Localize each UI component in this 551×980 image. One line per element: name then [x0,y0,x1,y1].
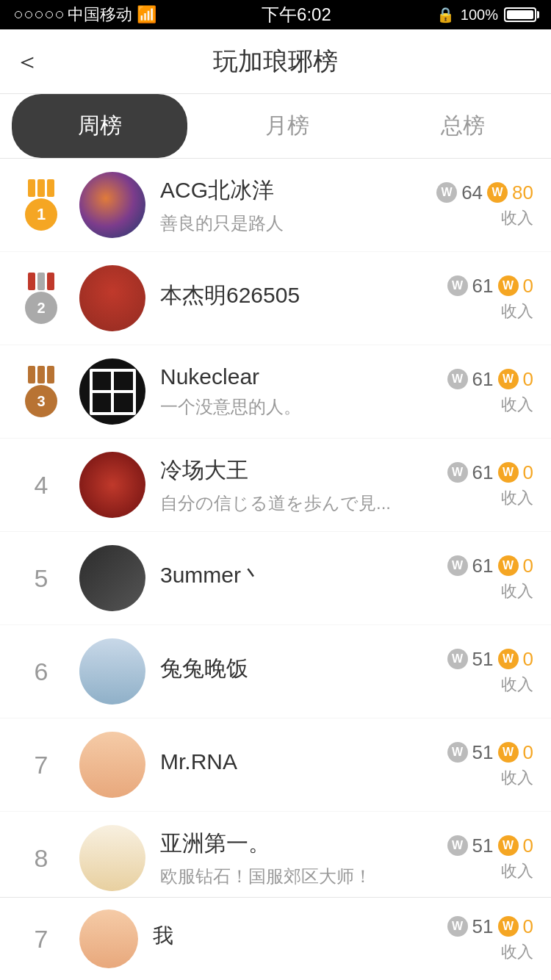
lock-icon: 🔒 [436,6,455,24]
medal-ribbon-1 [28,179,54,197]
coin-gray: W [436,182,457,203]
score-orange: 0 [523,835,533,857]
tab-bar: 周榜 月榜 总榜 [0,94,551,159]
dot1 [15,11,22,18]
coin-orange: W [498,369,519,389]
score-gray: 61 [472,555,494,577]
medal-circle-2: 2 [25,292,57,324]
stripe [37,273,45,290]
user-desc: 自分の信じる道を歩んで見... [160,491,423,515]
stripe [28,179,35,197]
status-right: 🔒 100% [436,6,536,24]
rank-medal-3: 3 [18,366,65,417]
score-gray: 61 [472,368,494,391]
score-orange: 0 [523,275,533,298]
score-label: 收入 [501,300,533,323]
avatar [79,265,145,331]
stripe [37,366,45,383]
user-info: ACG北冰洋 善良的只是路人 [160,176,423,235]
avatar [79,638,145,705]
coin-gray: W [447,462,468,483]
battery-fill [507,10,533,19]
username: 本杰明626505 [160,281,423,311]
battery-label: 100% [461,7,498,24]
medal-circle-1: 1 [25,198,57,231]
current-score-gray: 51 [472,915,494,938]
score-row: W 61 W 0 [447,555,533,577]
status-bar: 中国移动 📶 下午6:02 🔒 100% [0,0,551,29]
current-username: 我 [153,922,423,950]
score-orange: 80 [512,181,533,204]
stripe [47,273,54,290]
rank-number: 4 [35,471,48,500]
stripe [37,179,45,197]
coin-gray: W [447,275,468,296]
stripe [47,179,54,197]
avatar [79,359,145,425]
rank-number: 5 [35,564,48,593]
dot3 [35,11,43,18]
medal-ribbon-2 [28,273,54,290]
score-row: W 51 W 0 [447,741,533,764]
signal-dots [15,11,63,18]
rank-number-5: 5 [18,564,65,593]
tab-week[interactable]: 周榜 [12,94,187,158]
coin-orange: W [498,835,519,856]
list-item[interactable]: 2 本杰明626505 W 61 W 0 收入 [0,252,551,345]
score-area: W 51 W 0 收入 [423,741,533,789]
rank-number-7: 7 [18,751,65,779]
wifi-icon: 📶 [137,5,156,24]
current-score-orange: 0 [523,915,533,938]
avatar [79,732,145,798]
rank-medal-2: 2 [18,273,65,324]
current-score-row: W 51 W 0 [447,915,533,938]
score-label: 收入 [501,207,533,229]
score-area: W 61 W 0 收入 [423,555,533,602]
user-info: 冷场大王 自分の信じる道を歩んで見... [160,455,423,515]
carrier-label: 中国移动 [68,4,132,26]
tab-month[interactable]: 月榜 [199,94,375,158]
score-area: W 61 W 0 收入 [423,368,533,416]
score-gray: 51 [472,741,494,764]
score-gray: 64 [461,181,483,204]
rank-number: 7 [35,751,48,779]
score-area: W 61 W 0 收入 [423,275,533,323]
rank-medal-1: 1 [18,179,65,231]
leaderboard-list: 1 ACG北冰洋 善良的只是路人 W 64 W 80 收入 [0,159,551,980]
avatar-inner [90,369,136,415]
list-item[interactable]: 5 3ummer丶 W 61 W 0 收入 [0,532,551,625]
score-row: W 61 W 0 [447,461,533,484]
coin-gray: W [447,835,468,856]
user-desc: 一个没意思的人。 [160,395,423,419]
medal-circle-3: 3 [25,385,57,417]
coin-gray: W [447,555,468,576]
avatar [79,452,145,518]
stripe [28,273,35,290]
rank-number: 8 [35,844,48,873]
avatar [79,172,145,238]
username: Mr.RNA [160,749,423,774]
user-info: Mr.RNA [160,749,423,780]
username: 冷场大王 [160,455,423,486]
coin-orange: W [498,275,519,296]
score-area: W 51 W 0 收入 [423,648,533,696]
coin-gray: W [447,369,468,389]
tab-total[interactable]: 总榜 [375,94,551,158]
username: ACG北冰洋 [160,176,423,206]
coin-orange: W [498,462,519,483]
list-item[interactable]: 1 ACG北冰洋 善良的只是路人 W 64 W 80 收入 [0,159,551,252]
stripe [28,366,35,383]
list-item[interactable]: 6 兔兔晚饭 W 51 W 0 收入 [0,625,551,718]
username: 亚洲第一。 [160,829,423,859]
score-gray: 61 [472,275,494,298]
list-item[interactable]: 3 Nukeclear 一个没意思的人。 W 61 W 0 收入 [0,345,551,439]
status-left: 中国移动 📶 [15,4,156,26]
list-item[interactable]: 7 Mr.RNA W 51 W 0 收入 [0,718,551,812]
list-item[interactable]: 4 冷场大王 自分の信じる道を歩んで見... W 61 W 0 收入 [0,439,551,532]
coin-gray: W [447,742,468,763]
back-button[interactable]: ＜ [15,45,40,79]
current-user-rank: 7 [18,925,65,954]
current-coin-gray: W [447,916,468,937]
list-item[interactable]: 8 亚洲第一。 欧服钻石！国服郊区大师！ W 51 W 0 收入 [0,812,551,905]
battery-icon [504,7,536,22]
